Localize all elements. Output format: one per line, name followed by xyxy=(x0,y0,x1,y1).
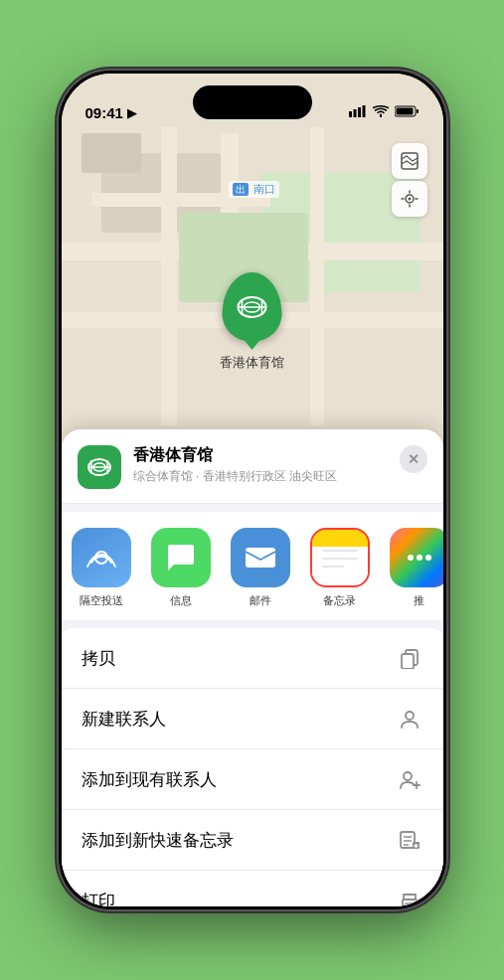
location-button[interactable] xyxy=(392,181,427,217)
share-row: 隔空投送 信息 xyxy=(62,512,443,620)
add-contact-icon xyxy=(396,765,423,793)
map-type-button[interactable] xyxy=(392,143,427,179)
status-time: 09:41 ▶ xyxy=(85,104,136,121)
pin-icon xyxy=(223,272,282,342)
svg-rect-1 xyxy=(353,109,356,117)
actions-list: 拷贝 新建联系人 xyxy=(62,628,443,906)
share-more[interactable]: 推 xyxy=(380,528,443,608)
svg-point-22 xyxy=(408,555,414,561)
map-exit-label: 出 南口 xyxy=(229,181,279,198)
venue-info: 香港体育馆 综合体育馆 · 香港特别行政区 油尖旺区 xyxy=(133,445,388,485)
exit-name: 南口 xyxy=(253,183,275,195)
svg-rect-6 xyxy=(396,108,413,115)
location-icon: ▶ xyxy=(127,106,136,120)
svg-rect-0 xyxy=(349,111,352,117)
airdrop-icon xyxy=(72,528,131,587)
share-airdrop[interactable]: 隔空投送 xyxy=(62,528,141,608)
svg-rect-7 xyxy=(402,153,418,169)
notes-icon xyxy=(310,528,370,587)
svg-point-24 xyxy=(425,555,431,561)
svg-rect-21 xyxy=(246,548,275,568)
new-contact-label: 新建联系人 xyxy=(82,708,166,731)
venue-name: 香港体育馆 xyxy=(133,445,388,466)
add-contact-label: 添加到现有联系人 xyxy=(82,768,217,791)
airdrop-label: 隔空投送 xyxy=(80,593,123,608)
time-display: 09:41 xyxy=(85,104,123,121)
svg-rect-2 xyxy=(358,107,361,117)
wifi-icon xyxy=(373,103,389,121)
stadium-pin[interactable]: 香港体育馆 xyxy=(220,272,284,372)
close-button[interactable]: ✕ xyxy=(400,445,427,473)
dynamic-island xyxy=(193,85,312,119)
svg-point-27 xyxy=(406,712,414,720)
signal-icon xyxy=(349,103,367,121)
svg-rect-5 xyxy=(417,109,419,113)
svg-point-23 xyxy=(417,555,422,561)
map-road xyxy=(310,127,324,425)
status-icons xyxy=(349,103,420,121)
action-print[interactable]: 打印 xyxy=(62,871,443,906)
battery-icon xyxy=(395,103,420,121)
map-controls[interactable] xyxy=(392,143,427,217)
map-road xyxy=(161,127,177,425)
more-label: 推 xyxy=(414,593,424,608)
phone-screen: 09:41 ▶ xyxy=(62,74,443,906)
add-note-icon xyxy=(396,826,423,854)
action-copy[interactable]: 拷贝 xyxy=(62,628,443,689)
svg-rect-38 xyxy=(406,903,414,906)
map-block xyxy=(82,133,141,173)
print-label: 打印 xyxy=(82,890,115,907)
svg-rect-26 xyxy=(402,654,414,669)
venue-subtitle: 综合体育馆 · 香港特别行政区 油尖旺区 xyxy=(133,468,388,485)
add-note-label: 添加到新快速备忘录 xyxy=(82,829,234,852)
message-icon xyxy=(151,528,211,587)
mail-icon xyxy=(231,528,290,587)
share-notes[interactable]: 备忘录 xyxy=(300,528,380,608)
more-icon xyxy=(390,528,443,587)
venue-icon xyxy=(78,445,121,489)
notes-label: 备忘录 xyxy=(323,593,356,608)
action-add-note[interactable]: 添加到新快速备忘录 xyxy=(62,810,443,871)
print-icon xyxy=(396,887,423,906)
new-contact-icon xyxy=(396,705,423,733)
venue-header: 香港体育馆 综合体育馆 · 香港特别行政区 油尖旺区 ✕ xyxy=(62,429,443,504)
svg-point-39 xyxy=(414,901,416,903)
pin-label: 香港体育馆 xyxy=(220,354,284,372)
action-new-contact[interactable]: 新建联系人 xyxy=(62,689,443,749)
mail-label: 邮件 xyxy=(250,593,271,608)
svg-point-28 xyxy=(404,772,412,780)
phone-frame: 09:41 ▶ xyxy=(59,71,446,909)
copy-icon xyxy=(396,644,423,672)
share-message[interactable]: 信息 xyxy=(141,528,221,608)
svg-rect-3 xyxy=(362,105,365,117)
message-label: 信息 xyxy=(170,593,192,608)
exit-code: 出 xyxy=(233,183,249,196)
share-mail[interactable]: 邮件 xyxy=(221,528,300,608)
action-add-contact[interactable]: 添加到现有联系人 xyxy=(62,749,443,810)
svg-point-9 xyxy=(408,198,411,201)
copy-label: 拷贝 xyxy=(82,647,115,670)
bottom-sheet: 香港体育馆 综合体育馆 · 香港特别行政区 油尖旺区 ✕ 隔 xyxy=(62,429,443,906)
